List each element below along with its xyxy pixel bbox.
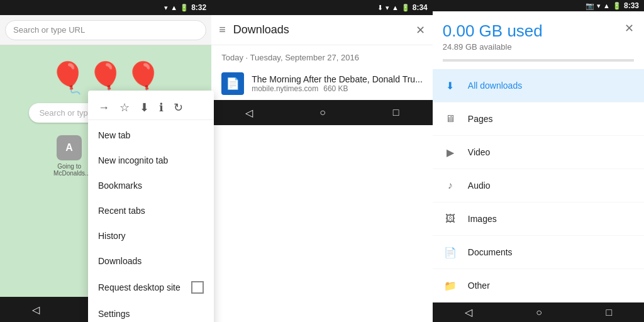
panel-downloads: ⬇ ▾ ▲ 🔋 8:34 ≡ Downloads ✕ Today · Tuesd…	[211, 0, 433, 322]
documents-icon: 📄	[443, 245, 458, 260]
refresh-icon[interactable]: ↻	[174, 101, 183, 114]
battery-icon-2: 🔋	[401, 4, 410, 12]
bottom-nav-3: ◁ ○ □	[433, 303, 644, 322]
menu-toolbar: → ☆ ⬇ ℹ ↻	[88, 96, 214, 120]
storage-available-label: 24.89 GB available	[443, 42, 543, 52]
filter-documents[interactable]: 📄 Documents	[433, 236, 644, 269]
panel-storage: 📷 ▾ ▲ 🔋 8:33 0.00 GB used 24.89 GB avail…	[433, 0, 644, 322]
recents-button-2[interactable]: □	[393, 107, 399, 118]
file-meta-0: mobile.nytimes.com 660 KB	[252, 84, 423, 93]
downloads-header: ≡ Downloads ✕	[211, 15, 433, 45]
storage-info: 0.00 GB used 24.89 GB available	[443, 21, 543, 52]
download-icon[interactable]: ⬇	[140, 101, 149, 114]
signal-icon-3: ▲	[603, 2, 610, 9]
filter-label-images: Images	[468, 214, 497, 224]
filter-video[interactable]: ▶ Video	[433, 136, 644, 169]
file-size-0: 660 KB	[323, 84, 348, 93]
audio-icon: ♪	[443, 178, 458, 193]
filter-all-downloads[interactable]: ⬇ All downloads	[433, 69, 644, 103]
menu-item-new-tab[interactable]: New tab	[88, 123, 214, 148]
filter-label-all: All downloads	[468, 80, 522, 91]
status-bar-1: ▾ ▲ 🔋 8:32	[0, 0, 211, 15]
panel-browser-menu: ▾ ▲ 🔋 8:32 Search or type URL 🎈🎈🎈 Search…	[0, 0, 211, 322]
filter-images[interactable]: 🖼 Images	[433, 203, 644, 236]
storage-used-label: 0.00 GB used	[443, 21, 543, 41]
file-source-0: mobile.nytimes.com	[252, 84, 318, 93]
status-icons-3: 📷 ▾ ▲ 🔋	[586, 2, 621, 10]
menu-item-request-desktop[interactable]: Request desktop site	[88, 274, 214, 301]
search-placeholder-1: Search or type URL	[13, 25, 85, 35]
wifi-icon-2: ▾	[386, 4, 389, 12]
battery-icon: 🔋	[180, 4, 189, 12]
filter-label-video: Video	[468, 147, 491, 157]
browser-content-1: 🎈🎈🎈 Search or type URL A Going to McDona…	[0, 45, 211, 297]
back-button-1[interactable]: ◁	[32, 304, 40, 316]
filter-audio[interactable]: ♪ Audio	[433, 169, 644, 203]
photo-icon: 📷	[586, 2, 594, 10]
omnibox-1[interactable]: Search or type URL	[5, 20, 206, 40]
storage-progress-bar	[443, 59, 634, 62]
menu-item-bookmarks[interactable]: Bookmarks	[88, 173, 214, 198]
filter-label-audio: Audio	[468, 180, 491, 191]
forward-icon[interactable]: →	[98, 101, 109, 114]
video-icon: ▶	[443, 145, 458, 160]
menu-item-history[interactable]: History	[88, 223, 214, 248]
home-button-3[interactable]: ○	[536, 307, 542, 318]
close-storage-button[interactable]: ✕	[625, 21, 634, 35]
signal-icon-2: ▲	[392, 4, 399, 11]
filter-category-list: ⬇ All downloads 🖥 Pages ▶ Video ♪ Audio …	[433, 69, 644, 303]
recents-button-3[interactable]: □	[606, 307, 612, 318]
close-button[interactable]: ✕	[416, 23, 425, 37]
wifi-icon: ▾	[164, 4, 168, 12]
request-desktop-checkbox[interactable]	[191, 281, 204, 294]
date-section: Today · Tuesday, September 27, 2016	[211, 45, 433, 67]
filter-label-other: Other	[468, 280, 490, 291]
status-bar-3: 📷 ▾ ▲ 🔋 8:33	[433, 0, 644, 11]
download-item-0[interactable]: 📄 The Morning After the Debate, Donald T…	[211, 67, 433, 100]
bottom-nav-2: ◁ ○ □	[211, 100, 433, 125]
filter-pages[interactable]: 🖥 Pages	[433, 103, 644, 136]
browser-toolbar-1: Search or type URL	[0, 15, 211, 45]
file-type-icon-0: 📄	[221, 72, 244, 95]
date-label: Today · Tuesday, September 27, 2016	[221, 53, 359, 62]
signal-icon: ▲	[170, 4, 177, 11]
file-info-0: The Morning After the Debate, Donald Tru…	[252, 74, 423, 93]
back-button-3[interactable]: ◁	[465, 306, 472, 318]
shortcut-icon-mcdonalds: A	[57, 135, 82, 160]
filter-label-documents: Documents	[468, 247, 513, 257]
filter-label-pages: Pages	[468, 114, 493, 124]
all-downloads-icon: ⬇	[443, 78, 458, 93]
menu-item-settings[interactable]: Settings	[88, 301, 214, 322]
menu-item-new-incognito-tab[interactable]: New incognito tab	[88, 148, 214, 173]
time-display-2: 8:34	[413, 3, 428, 12]
pages-icon: 🖥	[443, 111, 458, 126]
doc-icon: 📄	[226, 77, 240, 91]
download-status-icon: ⬇	[377, 4, 383, 12]
back-button-2[interactable]: ◁	[245, 107, 253, 119]
wifi-icon-3: ▾	[597, 2, 601, 10]
home-button-2[interactable]: ○	[319, 107, 326, 118]
status-icons-2: ⬇ ▾ ▲ 🔋	[377, 4, 410, 12]
shortcut-label-mcdonalds: Going to McDonalds...	[53, 163, 85, 177]
time-display-3: 8:33	[624, 1, 639, 10]
storage-header: 0.00 GB used 24.89 GB available ✕	[433, 11, 644, 69]
battery-icon-3: 🔋	[613, 2, 621, 10]
downloads-page-title: Downloads	[233, 23, 408, 36]
info-icon[interactable]: ℹ	[159, 101, 164, 114]
time-display-1: 8:32	[191, 3, 206, 12]
star-icon[interactable]: ☆	[119, 101, 130, 114]
other-icon: 📁	[443, 278, 458, 293]
status-icons-1: ▾ ▲ 🔋	[164, 4, 189, 12]
menu-item-recent-tabs[interactable]: Recent tabs	[88, 198, 214, 223]
shortcut-mcdonalds[interactable]: A Going to McDonalds...	[53, 135, 85, 177]
browser-menu-dropdown: → ☆ ⬇ ℹ ↻ New tab New incognito tab Book…	[88, 91, 214, 322]
images-icon: 🖼	[443, 211, 458, 226]
filter-other[interactable]: 📁 Other	[433, 269, 644, 303]
menu-item-downloads[interactable]: Downloads	[88, 248, 214, 274]
hamburger-menu-icon[interactable]: ≡	[219, 23, 226, 36]
file-name-0: The Morning After the Debate, Donald Tru…	[252, 74, 423, 84]
status-bar-2: ⬇ ▾ ▲ 🔋 8:34	[211, 0, 433, 15]
